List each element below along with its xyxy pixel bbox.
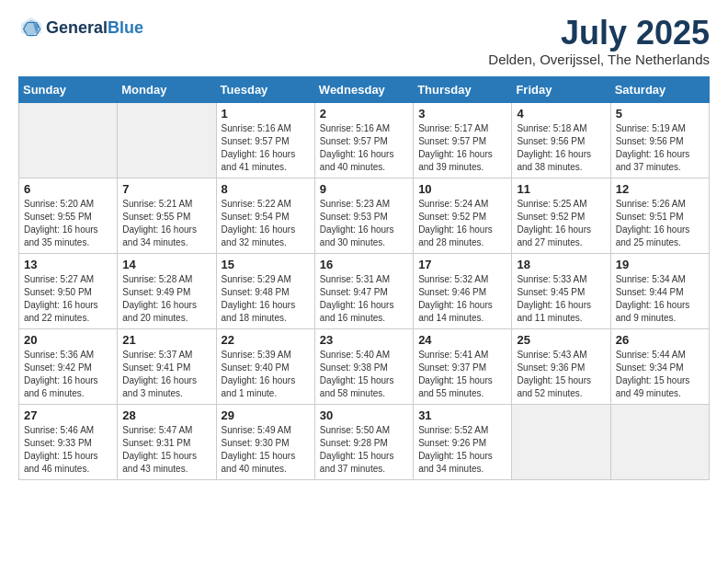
day-info: Sunrise: 5:50 AM Sunset: 9:28 PM Dayligh… <box>320 424 408 476</box>
day-number: 19 <box>616 258 704 271</box>
calendar-cell <box>19 102 118 178</box>
header-saturday: Saturday <box>610 76 709 102</box>
day-number: 13 <box>24 258 112 271</box>
day-info: Sunrise: 5:28 AM Sunset: 9:49 PM Dayligh… <box>122 273 210 325</box>
logo-icon <box>18 15 44 40</box>
day-info: Sunrise: 5:40 AM Sunset: 9:38 PM Dayligh… <box>320 349 408 400</box>
header-sunday: Sunday <box>19 76 118 102</box>
day-info: Sunrise: 5:27 AM Sunset: 9:50 PM Dayligh… <box>24 273 112 325</box>
day-info: Sunrise: 5:18 AM Sunset: 9:56 PM Dayligh… <box>517 122 605 174</box>
day-info: Sunrise: 5:26 AM Sunset: 9:51 PM Dayligh… <box>616 198 704 249</box>
day-number: 29 <box>222 408 310 422</box>
day-number: 2 <box>320 107 408 121</box>
day-number: 25 <box>517 333 605 347</box>
calendar-cell <box>512 404 610 479</box>
day-number: 24 <box>418 333 506 347</box>
day-number: 14 <box>122 258 210 271</box>
day-number: 22 <box>222 333 310 347</box>
header-tuesday: Tuesday <box>216 76 314 102</box>
calendar-cell <box>118 102 216 178</box>
day-info: Sunrise: 5:46 AM Sunset: 9:33 PM Dayligh… <box>24 424 112 476</box>
calendar-table: SundayMondayTuesdayWednesdayThursdayFrid… <box>18 76 710 480</box>
calendar-cell: 1Sunrise: 5:16 AM Sunset: 9:57 PM Daylig… <box>216 102 314 178</box>
header-friday: Friday <box>512 76 610 102</box>
calendar-cell: 20Sunrise: 5:36 AM Sunset: 9:42 PM Dayli… <box>19 328 118 404</box>
day-info: Sunrise: 5:34 AM Sunset: 9:44 PM Dayligh… <box>616 273 704 325</box>
calendar-cell: 31Sunrise: 5:52 AM Sunset: 9:26 PM Dayli… <box>414 404 512 479</box>
day-info: Sunrise: 5:31 AM Sunset: 9:47 PM Dayligh… <box>320 273 408 325</box>
header-wednesday: Wednesday <box>314 76 413 102</box>
calendar-week-5: 27Sunrise: 5:46 AM Sunset: 9:33 PM Dayli… <box>19 404 710 479</box>
day-info: Sunrise: 5:36 AM Sunset: 9:42 PM Dayligh… <box>24 349 112 400</box>
day-number: 1 <box>222 107 310 121</box>
calendar-cell: 9Sunrise: 5:23 AM Sunset: 9:53 PM Daylig… <box>314 178 413 253</box>
logo: GeneralBlue <box>18 15 143 40</box>
day-number: 27 <box>24 408 112 422</box>
month-title: July 2025 <box>488 15 710 52</box>
day-number: 30 <box>320 408 408 422</box>
day-info: Sunrise: 5:24 AM Sunset: 9:52 PM Dayligh… <box>418 198 506 249</box>
day-number: 8 <box>222 182 310 196</box>
calendar-week-1: 1Sunrise: 5:16 AM Sunset: 9:57 PM Daylig… <box>19 102 710 178</box>
calendar-cell <box>610 404 709 479</box>
header-thursday: Thursday <box>414 76 512 102</box>
day-number: 11 <box>517 182 605 196</box>
day-number: 21 <box>122 333 210 347</box>
calendar-cell: 24Sunrise: 5:41 AM Sunset: 9:37 PM Dayli… <box>414 328 512 404</box>
day-info: Sunrise: 5:17 AM Sunset: 9:57 PM Dayligh… <box>418 122 506 174</box>
calendar-cell: 4Sunrise: 5:18 AM Sunset: 9:56 PM Daylig… <box>512 102 610 178</box>
day-number: 23 <box>320 333 408 347</box>
day-info: Sunrise: 5:49 AM Sunset: 9:30 PM Dayligh… <box>222 424 310 476</box>
calendar-cell: 11Sunrise: 5:25 AM Sunset: 9:52 PM Dayli… <box>512 178 610 253</box>
day-info: Sunrise: 5:16 AM Sunset: 9:57 PM Dayligh… <box>222 122 310 174</box>
day-number: 10 <box>418 182 506 196</box>
calendar-cell: 25Sunrise: 5:43 AM Sunset: 9:36 PM Dayli… <box>512 328 610 404</box>
day-info: Sunrise: 5:29 AM Sunset: 9:48 PM Dayligh… <box>222 273 310 325</box>
calendar-cell: 16Sunrise: 5:31 AM Sunset: 9:47 PM Dayli… <box>314 253 413 328</box>
day-info: Sunrise: 5:47 AM Sunset: 9:31 PM Dayligh… <box>122 424 210 476</box>
calendar-cell: 14Sunrise: 5:28 AM Sunset: 9:49 PM Dayli… <box>118 253 216 328</box>
calendar-week-2: 6Sunrise: 5:20 AM Sunset: 9:55 PM Daylig… <box>19 178 710 253</box>
calendar-header-row: SundayMondayTuesdayWednesdayThursdayFrid… <box>19 76 710 102</box>
day-number: 16 <box>320 258 408 271</box>
logo-text: GeneralBlue <box>46 18 143 38</box>
day-number: 31 <box>418 408 506 422</box>
calendar-cell: 7Sunrise: 5:21 AM Sunset: 9:55 PM Daylig… <box>118 178 216 253</box>
day-number: 4 <box>517 107 605 121</box>
day-info: Sunrise: 5:22 AM Sunset: 9:54 PM Dayligh… <box>222 198 310 249</box>
calendar-cell: 30Sunrise: 5:50 AM Sunset: 9:28 PM Dayli… <box>314 404 413 479</box>
calendar-cell: 29Sunrise: 5:49 AM Sunset: 9:30 PM Dayli… <box>216 404 314 479</box>
day-info: Sunrise: 5:41 AM Sunset: 9:37 PM Dayligh… <box>418 349 506 400</box>
day-info: Sunrise: 5:33 AM Sunset: 9:45 PM Dayligh… <box>517 273 605 325</box>
calendar-cell: 22Sunrise: 5:39 AM Sunset: 9:40 PM Dayli… <box>216 328 314 404</box>
calendar-cell: 13Sunrise: 5:27 AM Sunset: 9:50 PM Dayli… <box>19 253 118 328</box>
calendar-cell: 18Sunrise: 5:33 AM Sunset: 9:45 PM Dayli… <box>512 253 610 328</box>
calendar-cell: 23Sunrise: 5:40 AM Sunset: 9:38 PM Dayli… <box>314 328 413 404</box>
day-info: Sunrise: 5:25 AM Sunset: 9:52 PM Dayligh… <box>517 198 605 249</box>
day-info: Sunrise: 5:37 AM Sunset: 9:41 PM Dayligh… <box>122 349 210 400</box>
calendar-cell: 27Sunrise: 5:46 AM Sunset: 9:33 PM Dayli… <box>19 404 118 479</box>
day-number: 7 <box>122 182 210 196</box>
day-number: 9 <box>320 182 408 196</box>
day-number: 18 <box>517 258 605 271</box>
location-subtitle: Delden, Overijssel, The Netherlands <box>488 52 710 67</box>
day-info: Sunrise: 5:19 AM Sunset: 9:56 PM Dayligh… <box>616 122 704 174</box>
day-info: Sunrise: 5:44 AM Sunset: 9:34 PM Dayligh… <box>616 349 704 400</box>
calendar-cell: 5Sunrise: 5:19 AM Sunset: 9:56 PM Daylig… <box>610 102 709 178</box>
calendar-cell: 8Sunrise: 5:22 AM Sunset: 9:54 PM Daylig… <box>216 178 314 253</box>
day-number: 3 <box>418 107 506 121</box>
day-number: 17 <box>418 258 506 271</box>
day-number: 26 <box>616 333 704 347</box>
day-number: 20 <box>24 333 112 347</box>
calendar-cell: 12Sunrise: 5:26 AM Sunset: 9:51 PM Dayli… <box>610 178 709 253</box>
day-info: Sunrise: 5:20 AM Sunset: 9:55 PM Dayligh… <box>24 198 112 249</box>
day-number: 5 <box>616 107 704 121</box>
day-info: Sunrise: 5:39 AM Sunset: 9:40 PM Dayligh… <box>222 349 310 400</box>
day-info: Sunrise: 5:52 AM Sunset: 9:26 PM Dayligh… <box>418 424 506 476</box>
calendar-cell: 26Sunrise: 5:44 AM Sunset: 9:34 PM Dayli… <box>610 328 709 404</box>
calendar-cell: 6Sunrise: 5:20 AM Sunset: 9:55 PM Daylig… <box>19 178 118 253</box>
calendar-cell: 28Sunrise: 5:47 AM Sunset: 9:31 PM Dayli… <box>118 404 216 479</box>
day-number: 28 <box>122 408 210 422</box>
calendar-cell: 3Sunrise: 5:17 AM Sunset: 9:57 PM Daylig… <box>414 102 512 178</box>
day-info: Sunrise: 5:21 AM Sunset: 9:55 PM Dayligh… <box>122 198 210 249</box>
